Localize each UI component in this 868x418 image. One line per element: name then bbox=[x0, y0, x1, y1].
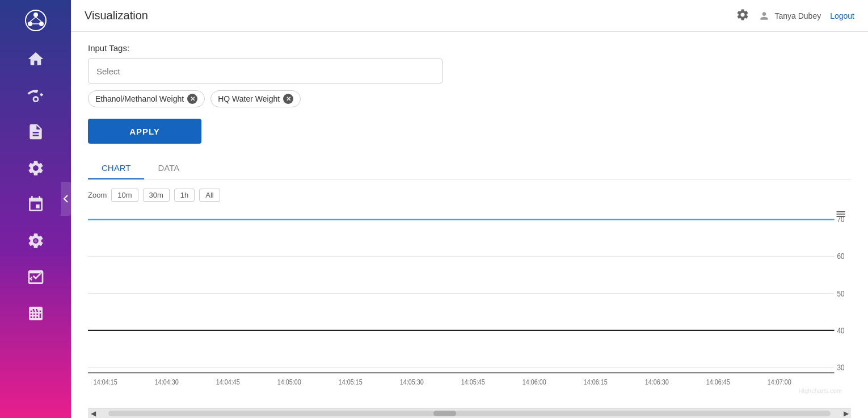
svg-text:14:05:30: 14:05:30 bbox=[400, 378, 424, 386]
tabs-row: CHART DATA bbox=[88, 157, 851, 179]
chart-container: 70 60 50 40 30 14:04:15 14:04:30 14:04:4… bbox=[88, 206, 851, 408]
input-tags-label: Input Tags: bbox=[88, 43, 851, 53]
zoom-10m[interactable]: 10m bbox=[111, 189, 138, 202]
svg-point-7 bbox=[34, 239, 37, 242]
zoom-30m[interactable]: 30m bbox=[143, 189, 170, 202]
svg-text:14:04:30: 14:04:30 bbox=[155, 378, 179, 386]
sidebar-item-integrations[interactable] bbox=[13, 187, 58, 221]
tag-chip-1: Ethanol/Methanol Weight ✕ bbox=[88, 90, 205, 107]
chart-scrollbar[interactable]: ◀ ▶ bbox=[88, 408, 851, 418]
tag-remove-2[interactable]: ✕ bbox=[283, 94, 293, 104]
user-info: Tanya Dubey bbox=[759, 10, 821, 22]
sidebar-item-reports[interactable] bbox=[13, 115, 58, 149]
svg-text:14:06:30: 14:06:30 bbox=[645, 378, 669, 386]
svg-line-4 bbox=[30, 17, 36, 22]
tab-data[interactable]: DATA bbox=[144, 157, 193, 179]
header-actions: Tanya Dubey Logout bbox=[736, 8, 854, 24]
tag-chip-2: HQ Water Weight ✕ bbox=[210, 90, 301, 107]
svg-text:40: 40 bbox=[837, 326, 844, 335]
tab-chart[interactable]: CHART bbox=[88, 157, 144, 179]
svg-line-5 bbox=[36, 17, 41, 22]
svg-text:14:05:00: 14:05:00 bbox=[277, 378, 301, 386]
svg-text:50: 50 bbox=[837, 289, 844, 298]
svg-text:14:05:45: 14:05:45 bbox=[461, 378, 485, 386]
svg-text:14:06:15: 14:06:15 bbox=[584, 378, 608, 386]
tag-remove-1[interactable]: ✕ bbox=[187, 94, 197, 104]
header: Visualization Tanya Dubey Logout bbox=[71, 0, 868, 32]
sidebar-item-settings[interactable] bbox=[13, 151, 58, 185]
svg-text:14:04:45: 14:04:45 bbox=[216, 378, 240, 386]
main-content: Visualization Tanya Dubey Logout Input T… bbox=[71, 0, 868, 418]
tag-select-input[interactable] bbox=[88, 58, 443, 83]
svg-text:30: 30 bbox=[837, 363, 844, 372]
svg-point-1 bbox=[33, 12, 38, 17]
zoom-label: Zoom bbox=[88, 191, 107, 199]
svg-text:14:06:00: 14:06:00 bbox=[523, 378, 546, 386]
chart-watermark: Highcharts.com bbox=[794, 386, 846, 395]
page-title: Visualization bbox=[85, 9, 736, 22]
tags-row: Ethanol/Methanol Weight ✕ HQ Water Weigh… bbox=[88, 90, 851, 107]
logo[interactable] bbox=[21, 6, 50, 35]
chart-menu-icon[interactable] bbox=[831, 206, 851, 225]
sidebar-item-calculator[interactable] bbox=[13, 296, 58, 331]
tag-label-2: HQ Water Weight bbox=[218, 94, 280, 103]
scrollbar-left-arrow[interactable]: ◀ bbox=[88, 408, 98, 419]
settings-icon[interactable] bbox=[736, 8, 749, 24]
scrollbar-track[interactable] bbox=[108, 411, 831, 416]
sidebar-item-terminal[interactable] bbox=[13, 260, 58, 294]
content-area: Input Tags: Ethanol/Methanol Weight ✕ HQ… bbox=[71, 32, 868, 418]
svg-text:14:05:15: 14:05:15 bbox=[339, 378, 363, 386]
svg-text:60: 60 bbox=[837, 252, 844, 261]
apply-button[interactable]: APPLY bbox=[88, 119, 201, 144]
tag-label-1: Ethanol/Methanol Weight bbox=[95, 94, 184, 103]
username: Tanya Dubey bbox=[774, 11, 821, 20]
logout-button[interactable]: Logout bbox=[830, 11, 854, 20]
svg-text:14:07:00: 14:07:00 bbox=[768, 378, 791, 386]
scrollbar-thumb[interactable] bbox=[433, 411, 456, 416]
zoom-row: Zoom 10m 30m 1h All bbox=[88, 189, 851, 202]
zoom-all[interactable]: All bbox=[199, 189, 220, 202]
scrollbar-right-arrow[interactable]: ▶ bbox=[841, 408, 851, 419]
svg-text:14:04:15: 14:04:15 bbox=[94, 378, 117, 386]
sidebar-item-advanced[interactable] bbox=[13, 224, 58, 258]
sidebar-item-home[interactable] bbox=[13, 42, 58, 76]
zoom-1h[interactable]: 1h bbox=[174, 189, 195, 202]
svg-text:14:06:45: 14:06:45 bbox=[706, 378, 730, 386]
sidebar-item-sensors[interactable] bbox=[13, 78, 58, 112]
chart-svg: 70 60 50 40 30 14:04:15 14:04:30 14:04:4… bbox=[88, 206, 851, 408]
sidebar-collapse-button[interactable] bbox=[61, 182, 71, 216]
